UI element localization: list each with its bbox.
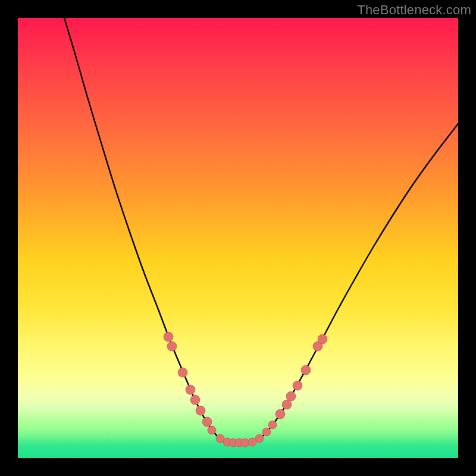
data-dot — [208, 426, 216, 434]
data-dot — [318, 334, 327, 344]
data-dot — [293, 381, 302, 390]
data-dot — [301, 365, 311, 375]
curve-svg — [18, 18, 458, 458]
watermark-text: TheBottleneck.com — [357, 2, 471, 18]
data-dots — [164, 332, 327, 447]
data-dot — [262, 428, 271, 436]
chart-stage: TheBottleneck.com — [0, 0, 476, 476]
data-dot — [202, 417, 212, 427]
bottleneck-curve — [64, 18, 458, 443]
data-dot — [167, 342, 177, 351]
data-dot — [282, 400, 292, 409]
data-dot — [178, 368, 187, 377]
plot-area — [18, 18, 458, 458]
data-dot — [196, 406, 205, 415]
data-dot — [255, 434, 264, 443]
data-dot — [186, 385, 195, 394]
data-dot — [286, 392, 296, 401]
data-dot — [164, 332, 173, 342]
data-dot — [275, 409, 285, 419]
data-dot — [190, 395, 200, 405]
data-dot — [268, 421, 277, 429]
